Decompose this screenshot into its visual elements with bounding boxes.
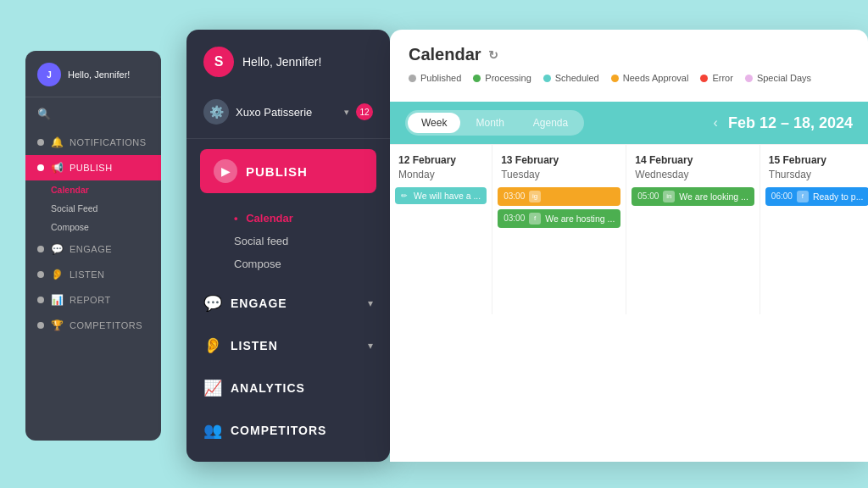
refresh-icon[interactable]: ↻ xyxy=(488,48,498,62)
sidebar-item-report[interactable]: 📊 REPORT xyxy=(25,287,161,313)
calendar-title: Calendar ↻ xyxy=(409,45,849,64)
calendar-event[interactable]: ✏ We will have a ... xyxy=(395,187,487,204)
competitors-label: COMPETITORS xyxy=(231,424,373,437)
listen-section-icon: 👂 xyxy=(203,336,222,355)
ss-header: J Hello, Jennifer! xyxy=(25,63,161,97)
calendar-event[interactable]: 05:00 in We are looking ... xyxy=(632,187,754,206)
event-text: We will have a ... xyxy=(414,191,481,201)
notifications-icon: 🔔 xyxy=(51,136,63,148)
chevron-down-icon: ▾ xyxy=(368,340,373,352)
calendar-nav: ‹ Feb 12 – 18, 2024 xyxy=(714,114,853,132)
org-row[interactable]: ⚙️ Xuxo Patisserie ▾ 12 xyxy=(186,91,390,139)
event-text: Ready to p... xyxy=(813,191,864,202)
legend-processing: Processing xyxy=(473,73,531,83)
search-icon[interactable]: 🔍 xyxy=(37,108,51,120)
competitors-icon: 🏆 xyxy=(51,319,63,331)
calendar-header: Calendar ↻ Published Processing Schedule… xyxy=(390,30,868,102)
calendar-day-thursday: 15 February Thursday 06:00 f Ready to p.… xyxy=(760,145,868,314)
subnav-social-feed[interactable]: Social feed xyxy=(217,230,390,252)
day-events-wednesday: 05:00 in We are looking ... xyxy=(626,187,760,206)
legend-special-days: Special Days xyxy=(745,73,811,83)
calendar-event[interactable]: 06:00 f Ready to p... xyxy=(765,187,868,206)
sidebar-item-listen[interactable]: 👂 LISTEN xyxy=(25,262,161,287)
legend-needs-approval: Needs Approval xyxy=(611,73,689,83)
calendar-panel: Calendar ↻ Published Processing Schedule… xyxy=(390,30,868,462)
day-events-thursday: 06:00 f Ready to p... xyxy=(760,187,868,206)
section-analytics[interactable]: 📈 ANALYTICS xyxy=(186,367,390,409)
legend-published: Published xyxy=(409,73,461,83)
ss-search-row: 🔍 xyxy=(25,97,161,130)
event-text: We are hosting ... xyxy=(545,214,615,224)
sidebar-item-publish[interactable]: 📢 PUBLISH xyxy=(25,155,161,180)
day-header-monday: 12 February Monday xyxy=(390,145,492,187)
error-dot xyxy=(700,75,708,82)
event-time: 06:00 xyxy=(771,191,793,201)
section-listen[interactable]: 👂 LISTEN ▾ xyxy=(186,324,390,367)
calendar-event[interactable]: 03:00 ig xyxy=(498,187,620,206)
calendar-grid: 12 February Monday ✏ We will have a ... … xyxy=(390,144,868,314)
needs-approval-dot xyxy=(611,75,619,82)
section-competitors[interactable]: 👥 COMPETITORS xyxy=(186,409,390,452)
main-sidebar: S Hello, Jennifer! ⚙️ Xuxo Patisserie ▾ … xyxy=(186,30,390,462)
calendar-legend: Published Processing Scheduled Needs App… xyxy=(409,73,849,83)
sidebar-item-engage[interactable]: 💬 ENGAGE xyxy=(25,236,161,262)
sidebar-item-label: PUBLISH xyxy=(70,163,113,173)
sidebar-item-label: REPORT xyxy=(70,295,111,305)
calendar-day-wednesday: 14 February Wednesday 05:00 in We are lo… xyxy=(626,145,760,314)
engage-icon: 💬 xyxy=(51,243,63,255)
calendar-day-tuesday: 13 February Tuesday 03:00 ig 03:00 f We … xyxy=(492,145,626,314)
sidebar-item-label: NOTIFICATIONS xyxy=(70,137,147,147)
notification-badge[interactable]: 12 xyxy=(356,103,373,120)
publish-section-icon: ▶ xyxy=(214,159,237,183)
sidebar-item-label: LISTEN xyxy=(70,269,105,280)
small-sidebar: J Hello, Jennifer! 🔍 🔔 NOTIFICATIONS 📢 P… xyxy=(25,51,161,441)
date-range-label: Feb 12 – 18, 2024 xyxy=(728,114,853,132)
nav-dot xyxy=(37,271,44,278)
sidebar-subitem-social-feed[interactable]: Social Feed xyxy=(25,199,161,218)
sidebar-subitem-calendar[interactable]: Calendar xyxy=(25,180,161,199)
legend-error: Error xyxy=(700,73,732,83)
org-icon: ⚙️ xyxy=(203,99,229,125)
event-time: 05:00 xyxy=(637,191,659,201)
event-time: 03:00 xyxy=(504,191,525,201)
nav-dot-active xyxy=(37,164,44,171)
nav-dot xyxy=(37,139,44,146)
tab-agenda[interactable]: Agenda xyxy=(520,113,581,133)
sidebar-item-label: COMPETITORS xyxy=(70,320,142,330)
scheduled-dot xyxy=(543,75,551,82)
publish-icon: 📢 xyxy=(51,162,63,174)
sidebar-subitem-compose[interactable]: Compose xyxy=(25,218,161,236)
publish-button[interactable]: ▶ PUBLISH xyxy=(200,149,376,193)
greeting-text: Hello, Jennifer! xyxy=(242,55,321,69)
subnav-calendar[interactable]: • Calendar xyxy=(217,207,390,230)
nav-dot xyxy=(37,246,44,252)
avatar: J xyxy=(37,63,61,86)
prev-nav-button[interactable]: ‹ xyxy=(714,115,718,130)
day-events-monday: ✏ We will have a ... xyxy=(390,187,492,204)
subnav-compose[interactable]: Compose xyxy=(217,252,390,275)
tab-week[interactable]: Week xyxy=(408,113,460,133)
tab-month[interactable]: Month xyxy=(462,113,517,133)
facebook-icon: f xyxy=(797,191,809,202)
pencil-icon: ✏ xyxy=(401,191,408,200)
day-header-wednesday: 14 February Wednesday xyxy=(626,145,760,187)
analytics-label: ANALYTICS xyxy=(231,381,373,395)
publish-subnav: • Calendar Social feed Compose xyxy=(186,203,390,282)
calendar-event[interactable]: 03:00 f We are hosting ... xyxy=(498,209,620,228)
calendar-day-monday: 12 February Monday ✏ We will have a ... xyxy=(390,145,492,314)
chevron-down-icon: ▾ xyxy=(368,297,373,309)
facebook-icon: f xyxy=(529,213,541,225)
listen-label: LISTEN xyxy=(231,339,359,352)
legend-scheduled: Scheduled xyxy=(543,73,599,83)
sidebar-item-competitors[interactable]: 🏆 COMPETITORS xyxy=(25,313,161,338)
calendar-tabs: Week Month Agenda xyxy=(405,110,584,136)
publish-label: PUBLISH xyxy=(246,164,308,179)
nav-dot xyxy=(37,297,44,303)
section-engage[interactable]: 💬 ENGAGE ▾ xyxy=(186,282,390,324)
processing-dot xyxy=(473,75,481,82)
instagram-icon: ig xyxy=(529,191,541,202)
event-text: We are looking ... xyxy=(679,191,748,202)
sidebar-item-notifications[interactable]: 🔔 NOTIFICATIONS xyxy=(25,130,161,155)
nav-dot xyxy=(37,322,44,329)
ss-username: Hello, Jennifer! xyxy=(68,69,130,80)
